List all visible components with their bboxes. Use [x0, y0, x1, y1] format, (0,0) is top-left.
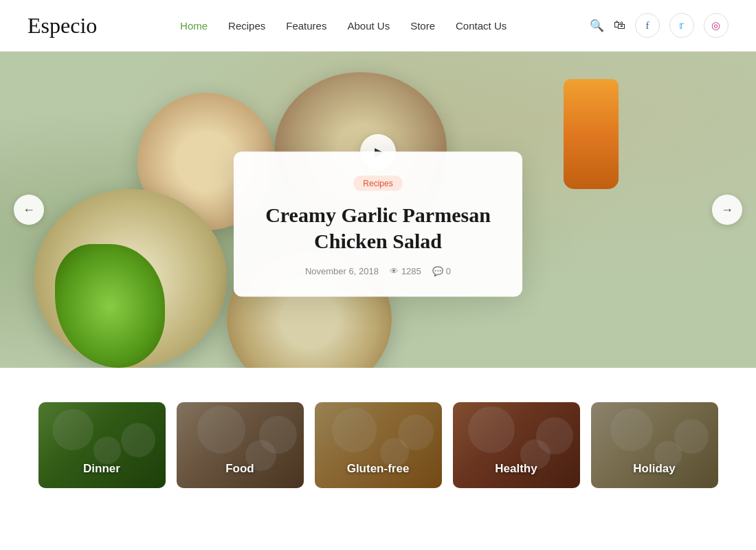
- category-food[interactable]: Food: [177, 402, 304, 488]
- food-jar-decoration: [564, 79, 619, 189]
- slide-card: Recipes Creamy Garlic Parmesan Chicken S…: [234, 152, 522, 297]
- food-label: Food: [177, 462, 304, 488]
- category-holiday[interactable]: Holiday: [591, 402, 718, 488]
- main-nav: Home Recipes Features About Us Store Con…: [180, 20, 507, 32]
- comment-count: 0: [446, 266, 451, 276]
- category-dinner[interactable]: Dinner: [38, 402, 166, 488]
- view-count: 1285: [401, 266, 421, 276]
- nav-contact[interactable]: Contact Us: [456, 20, 507, 32]
- cart-icon[interactable]: 🛍: [614, 19, 625, 32]
- slide-date: November 6, 2018: [305, 266, 379, 276]
- nav-store[interactable]: Store: [410, 20, 435, 32]
- search-icon[interactable]: 🔍: [590, 19, 604, 33]
- slide-views: 👁 1285: [390, 266, 421, 276]
- slide-category[interactable]: Recipes: [353, 176, 402, 191]
- prev-arrow[interactable]: ←: [14, 195, 44, 225]
- facebook-button[interactable]: f: [635, 13, 660, 38]
- hero-slider: Recipes Creamy Garlic Parmesan Chicken S…: [0, 52, 756, 368]
- nav-home[interactable]: Home: [180, 20, 208, 32]
- categories-section: Dinner Food Gluten-free: [0, 368, 756, 516]
- slide-title: Creamy Garlic Parmesan Chicken Salad: [261, 202, 495, 254]
- site-logo[interactable]: Especio: [27, 13, 97, 38]
- eye-icon: 👁: [390, 266, 399, 276]
- instagram-button[interactable]: ◎: [704, 13, 729, 38]
- slide-comments: 💬 0: [432, 266, 451, 276]
- healthy-label: Healthy: [453, 462, 580, 488]
- dinner-label: Dinner: [38, 462, 166, 488]
- nav-about[interactable]: About Us: [347, 20, 390, 32]
- category-gluten-free[interactable]: Gluten-free: [315, 402, 442, 488]
- twitter-button[interactable]: 𝕣: [669, 13, 694, 38]
- categories-grid: Dinner Food Gluten-free: [27, 402, 729, 488]
- holiday-label: Holiday: [591, 462, 718, 488]
- nav-recipes[interactable]: Recipes: [228, 20, 265, 32]
- slide-meta: November 6, 2018 👁 1285 💬 0: [261, 266, 495, 276]
- comment-icon: 💬: [432, 266, 443, 276]
- nav-features[interactable]: Features: [286, 20, 326, 32]
- gluten-label: Gluten-free: [315, 462, 442, 488]
- site-header: Especio Home Recipes Features About Us S…: [0, 0, 756, 52]
- header-icons: 🔍 🛍 f 𝕣 ◎: [590, 13, 729, 38]
- category-healthy[interactable]: Healthy: [453, 402, 580, 488]
- next-arrow[interactable]: →: [712, 195, 742, 225]
